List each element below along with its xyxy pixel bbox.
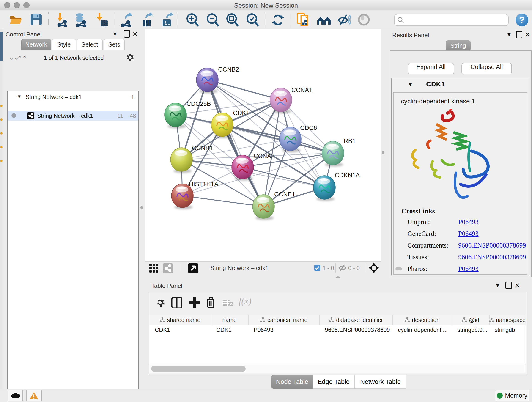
control-panel-float-icon[interactable] [124,30,130,38]
network-node[interactable] [322,141,344,167]
column-header-shared-name[interactable]: shared name [149,315,211,325]
table-settings-gear-icon[interactable] [155,298,165,309]
card-hscroll-thumb[interactable] [395,267,402,270]
network-node[interactable] [196,68,218,93]
import-network-from-database-icon[interactable] [73,13,88,27]
network-node-label: CCNB1 [192,145,213,152]
grid-view-icon[interactable] [149,263,159,274]
scrollbar-thumb[interactable] [151,366,246,372]
column-header-name[interactable]: name [211,315,249,325]
cell--id[interactable]: stringdb:9... [452,325,489,335]
tab-network[interactable]: Network [21,39,51,50]
network-node[interactable] [279,127,301,153]
crosslink-value-link[interactable]: P06493 [458,230,479,237]
column-header-namespace[interactable]: namespace [489,315,526,325]
selected-checkbox-icon[interactable] [314,265,320,272]
column-header-canonical-name[interactable]: canonical name [248,315,320,325]
network-edge[interactable] [182,196,264,206]
search-icon [397,17,404,24]
import-network-from-file-icon[interactable] [55,13,69,27]
delete-table-icon[interactable] [222,299,234,307]
network-row-selected[interactable]: String Network – cdk1 11 48 [8,111,138,121]
table-panel-collapse-icon[interactable]: ▼ [495,282,500,288]
table-horizontal-scrollbar[interactable] [149,364,526,373]
node-card-title: CDK1 [426,80,445,88]
expand-all-networks-icon[interactable]: ⌃⌃ [17,55,27,62]
cell-database-identifier[interactable]: 9606.ENSP00000378699 [319,325,393,335]
hidden-eye-icon[interactable] [338,264,347,273]
control-panel-collapse-icon[interactable]: ▼ [112,31,118,37]
network-collection-row[interactable]: ▼ String Network – cdk1 1 [8,93,138,102]
tab-node-table[interactable]: Node Table [271,375,313,389]
tab-select[interactable]: Select [77,39,103,50]
copy-style-icon[interactable] [296,13,310,27]
left-splitter-handle[interactable] [140,206,143,210]
expand-all-button[interactable]: Expand All [408,63,454,75]
import-table-from-file-icon[interactable] [95,13,109,27]
apply-preferred-layout-icon[interactable] [271,13,285,27]
results-panel-close-icon[interactable]: ✕ [525,31,530,38]
export-image-icon[interactable] [160,13,174,27]
column-header--id[interactable]: @id [452,315,490,325]
network-canvas[interactable]: CCNB2CCNA1CDC25BCDK1CDC6RB1CCNB1CCNA2CDK… [145,29,381,261]
export-network-icon[interactable] [119,13,133,27]
network-node[interactable] [270,88,292,114]
zoom-in-icon[interactable] [185,13,200,27]
network-node[interactable] [165,103,186,128]
network-graph[interactable]: CCNB2CCNA1CDC25BCDK1CDC6RB1CCNB1CCNA2CDK… [145,29,381,261]
export-table-icon[interactable] [139,13,154,27]
table-row[interactable]: CDK1CDK1P064939606.ENSP00000378699cyclin… [149,325,526,335]
node-card-collapse-icon[interactable]: ▼ [408,82,413,88]
crosslink-value-link[interactable]: 9606.ENSP00000378699 [458,242,526,249]
warning-icon [29,392,38,400]
cell-shared-name[interactable]: CDK1 [149,325,211,335]
tab-network-table[interactable]: Network Table [355,375,406,389]
function-builder-icon[interactable]: f(x) [239,296,252,306]
warning-button[interactable] [26,390,42,401]
network-options-gear-icon[interactable] [125,53,135,63]
column-header-database-identifier[interactable]: database identifier [319,315,393,325]
delete-column-icon[interactable] [206,297,216,309]
birds-eye-view-icon[interactable] [369,263,379,274]
string-home-icon[interactable] [317,13,331,27]
statusbar-separator [366,263,366,273]
help-icon[interactable]: ? [515,13,528,26]
hide-enrichment-icon[interactable] [336,13,351,27]
save-session-icon[interactable] [29,13,43,27]
cloud-button[interactable] [7,390,23,401]
network-node[interactable] [171,148,192,173]
column-header-description[interactable]: description [393,315,452,325]
cell-canonical-name[interactable]: P06493 [248,325,319,335]
collection-expand-icon[interactable]: ▼ [17,94,22,99]
tab-sets[interactable]: Sets [104,39,125,50]
tab-edge-table[interactable]: Edge Table [312,375,355,389]
right-splitter-handle[interactable] [382,151,384,154]
tab-string[interactable]: String [446,40,471,51]
show-enrichment-icon[interactable] [357,13,371,27]
memory-button[interactable]: Memory [495,390,529,401]
zoom-selected-icon[interactable] [245,13,260,27]
zoom-fit-icon[interactable] [225,13,239,27]
results-panel-collapse-icon[interactable]: ▼ [506,32,512,38]
network-share-icon[interactable] [163,263,173,274]
open-session-icon[interactable] [8,13,23,27]
tab-style[interactable]: Style [52,39,76,50]
search-input[interactable] [394,14,509,26]
collapse-all-button[interactable]: Collapse All [462,63,512,75]
network-node[interactable] [313,176,336,201]
zoom-out-icon[interactable] [206,13,220,27]
table-panel-close-icon[interactable]: ✕ [515,282,520,289]
cell-description[interactable]: cyclin-dependent ... [393,325,452,335]
add-column-icon[interactable] [189,297,200,309]
crosslink-value-link[interactable]: P06493 [458,265,479,273]
network-node[interactable] [253,195,274,220]
control-panel-close-icon[interactable]: ✕ [133,30,138,38]
show-columns-icon[interactable] [171,297,182,309]
crosslink-value-link[interactable]: 9606.ENSP00000378699 [458,253,526,261]
detach-view-icon[interactable] [188,263,198,274]
results-panel-float-icon[interactable] [516,31,522,38]
table-panel-float-icon[interactable] [505,282,512,289]
cell-namespace[interactable]: stringdb [489,325,526,335]
cell-name[interactable]: CDK1 [211,325,248,335]
crosslink-value-link[interactable]: P06493 [458,218,479,226]
